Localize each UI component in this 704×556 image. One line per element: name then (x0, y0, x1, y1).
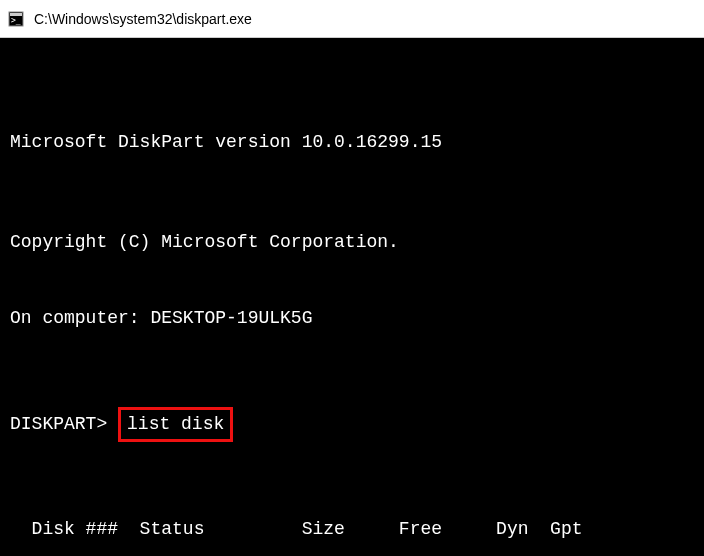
terminal[interactable]: Microsoft DiskPart version 10.0.16299.15… (0, 38, 704, 556)
cmd-icon: >_ (8, 11, 24, 27)
cmd-list-disk: list disk (118, 407, 233, 442)
svg-text:>_: >_ (11, 16, 21, 25)
titlebar: >_ C:\Windows\system32\diskpart.exe (0, 0, 704, 38)
prompt-line-1: DISKPART> list disk (10, 407, 694, 442)
version-line: Microsoft DiskPart version 10.0.16299.15 (10, 130, 694, 155)
disk-table-header: Disk ### Status Size Free Dyn Gpt (10, 517, 694, 542)
diskpart-window: >_ C:\Windows\system32\diskpart.exe Micr… (0, 0, 704, 556)
copyright-line: Copyright (C) Microsoft Corporation. (10, 230, 694, 255)
prompt-text: DISKPART> (10, 412, 118, 437)
titlebar-text: C:\Windows\system32\diskpart.exe (34, 11, 252, 27)
computer-line: On computer: DESKTOP-19ULK5G (10, 306, 694, 331)
